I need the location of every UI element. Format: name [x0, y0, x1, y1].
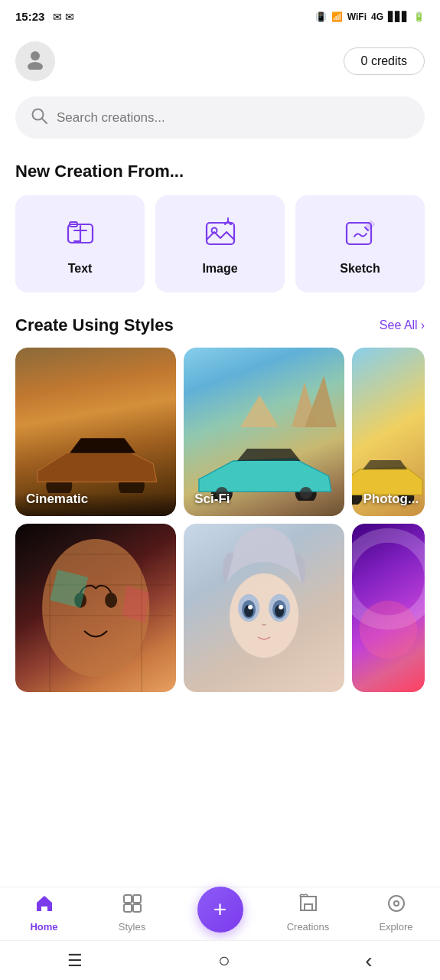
- anime-style-card[interactable]: [184, 524, 344, 692]
- nav-items-row: Home Styles +: [0, 887, 440, 940]
- explore-icon: [386, 893, 406, 918]
- svg-point-35: [248, 605, 253, 609]
- home-label: Home: [30, 921, 57, 933]
- svg-point-44: [394, 901, 399, 906]
- text-creation-card[interactable]: Text: [15, 195, 145, 292]
- svg-point-0: [31, 51, 40, 60]
- cinematic-label: Cinematic: [26, 492, 88, 507]
- comic-style-card[interactable]: [15, 524, 176, 692]
- nav-styles[interactable]: Styles: [109, 893, 155, 933]
- status-icons: 📳 📶 WiFi 4G ▋▋▋ 🔋: [315, 11, 425, 22]
- sketch-icon: [344, 217, 377, 253]
- text-label: Text: [68, 262, 93, 276]
- styles-title: Create Using Styles: [15, 315, 174, 335]
- credits-label: 0 credits: [361, 54, 407, 67]
- svg-point-18: [300, 487, 312, 499]
- creation-cards: Text Image: [0, 195, 440, 315]
- scifi-label: Sci-Fi: [194, 492, 230, 507]
- creations-label: Creations: [287, 921, 330, 933]
- search-icon: [31, 107, 47, 128]
- chevron-right-icon: ›: [421, 318, 425, 332]
- system-home-button[interactable]: ○: [218, 949, 230, 972]
- user-icon: [24, 48, 46, 75]
- status-time-container: 15:23 ✉ ✉: [15, 10, 74, 24]
- image-icon: [204, 217, 237, 253]
- credits-button[interactable]: 0 credits: [344, 47, 425, 75]
- sketch-label: Sketch: [340, 262, 380, 276]
- see-all-label: See All: [380, 318, 418, 332]
- styles-label: Styles: [119, 921, 145, 933]
- photog-label: Photog...: [363, 492, 419, 507]
- svg-point-38: [360, 601, 418, 659]
- styles-section: Create Using Styles See All ›: [0, 315, 440, 845]
- nav-explore[interactable]: Explore: [373, 893, 419, 933]
- call-icon: 📶: [331, 11, 343, 22]
- creations-icon: [298, 893, 318, 918]
- style-row-2: [15, 524, 425, 692]
- svg-rect-42: [133, 904, 141, 912]
- svg-rect-9: [207, 223, 234, 244]
- svg-point-36: [279, 605, 283, 609]
- add-creation-button[interactable]: +: [197, 887, 243, 933]
- system-nav-bar: ☰ ○ ‹: [0, 940, 440, 980]
- see-all-button[interactable]: See All ›: [380, 318, 425, 332]
- nav-creations[interactable]: Creations: [285, 893, 331, 933]
- style-row-1: Cinematic: [15, 348, 425, 516]
- new-creation-section: New Creation From... Text: [0, 154, 440, 315]
- cinematic-style-card[interactable]: Cinematic: [15, 348, 176, 516]
- svg-point-1: [28, 62, 43, 70]
- wifi-icon: WiFi: [347, 11, 367, 22]
- bottom-nav: Home Styles +: [0, 887, 440, 940]
- network-label: 4G: [371, 11, 383, 22]
- back-icon: ‹: [365, 949, 372, 972]
- scifi-style-card[interactable]: Sci-Fi: [184, 348, 344, 516]
- styles-header: Create Using Styles See All ›: [0, 315, 440, 348]
- header: 0 credits: [0, 34, 440, 93]
- svg-point-22: [105, 593, 117, 608]
- explore-label: Explore: [379, 921, 412, 933]
- svg-point-43: [389, 896, 404, 911]
- avatar-button[interactable]: [15, 41, 55, 81]
- status-bar: 15:23 ✉ ✉ 📳 📶 WiFi 4G ▋▋▋ 🔋: [0, 0, 440, 34]
- battery-icon: 🔋: [413, 11, 425, 22]
- vibrate-icon: 📳: [315, 11, 327, 22]
- image-creation-card[interactable]: Image: [155, 195, 285, 292]
- system-menu-button[interactable]: ☰: [67, 951, 83, 971]
- svg-rect-40: [133, 895, 141, 903]
- search-container: [0, 93, 440, 154]
- status-time: 15:23: [15, 10, 44, 23]
- sketch-creation-card[interactable]: Sketch: [295, 195, 425, 292]
- image-label: Image: [202, 262, 237, 276]
- circle-icon: ○: [218, 949, 230, 972]
- svg-rect-39: [124, 895, 132, 903]
- nav-home[interactable]: Home: [21, 893, 67, 933]
- svg-line-3: [42, 119, 47, 123]
- photo-style-card[interactable]: Photog...: [352, 348, 425, 516]
- system-back-button[interactable]: ‹: [365, 949, 372, 973]
- plus-icon: +: [213, 897, 227, 923]
- search-bar: [15, 96, 425, 139]
- svg-point-11: [229, 222, 232, 225]
- home-icon: [34, 893, 54, 918]
- new-creation-title: New Creation From...: [0, 154, 440, 195]
- style-grid: Cinematic: [0, 348, 440, 830]
- signal-icon: ▋▋▋: [388, 11, 409, 22]
- notification-icons: ✉ ✉: [53, 11, 74, 23]
- styles-icon: [122, 893, 142, 918]
- svg-rect-41: [124, 904, 132, 912]
- search-input[interactable]: [57, 110, 409, 126]
- partial-style-card[interactable]: [352, 524, 425, 692]
- hamburger-icon: ☰: [67, 951, 83, 970]
- text-icon: [64, 217, 97, 253]
